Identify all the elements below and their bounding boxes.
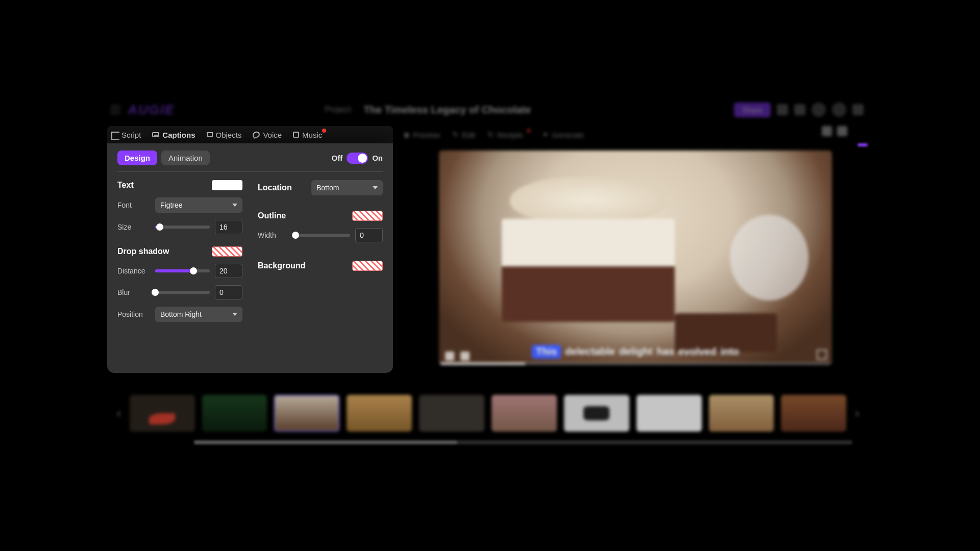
size-input[interactable] <box>215 220 242 234</box>
caption-word-active: This <box>532 345 561 359</box>
clip-thumb[interactable] <box>130 395 195 432</box>
blur-input[interactable] <box>215 285 242 299</box>
position-value: Bottom Right <box>160 310 202 318</box>
chevron-down-icon <box>232 313 237 316</box>
font-select[interactable]: Figtree <box>155 197 242 213</box>
section-dropshadow-title: Drop shadow <box>117 247 169 256</box>
size-slider[interactable] <box>155 226 210 229</box>
distance-input[interactable] <box>215 264 242 278</box>
outline-width-input[interactable] <box>355 228 383 242</box>
clip-timeline: ‹ › <box>115 390 861 436</box>
help-icon[interactable] <box>812 103 826 117</box>
clip-thumb[interactable] <box>419 395 484 432</box>
background-color-swatch[interactable] <box>352 261 383 271</box>
tab-voice[interactable]: Voice <box>253 131 282 139</box>
voice-icon <box>252 131 261 139</box>
caption-word: evolved <box>678 346 716 358</box>
objects-icon <box>207 132 213 137</box>
play-icon[interactable] <box>445 352 454 361</box>
preview-tab-generate[interactable]: ✦ Generate <box>542 130 584 139</box>
pill-animation[interactable]: Animation <box>161 151 210 165</box>
share-button[interactable]: Share <box>734 103 771 117</box>
clip-thumb[interactable] <box>564 395 629 432</box>
caption-word: delectable <box>565 346 615 358</box>
clip-thumb[interactable] <box>781 395 846 432</box>
video-preview: This delectable delight has evolved into <box>439 151 832 365</box>
preview-progress[interactable] <box>439 363 832 365</box>
toggle-label-on: On <box>372 154 383 162</box>
toggle-label-off: Off <box>331 154 342 162</box>
fullscreen-icon[interactable] <box>817 349 827 360</box>
blur-label: Blur <box>117 288 150 296</box>
section-background-title: Background <box>258 261 305 270</box>
clip-thumb[interactable] <box>492 395 557 432</box>
preview-tab-preview[interactable]: ◉ Preview <box>403 130 440 139</box>
clip-thumb[interactable] <box>709 395 774 432</box>
width-label: Width <box>258 231 290 239</box>
font-label: Font <box>117 201 150 209</box>
caption-overlay: This delectable delight has evolved into <box>532 345 739 359</box>
text-color-swatch[interactable] <box>212 180 242 190</box>
project-title: The Timeless Legacy of Chocolate <box>364 104 531 116</box>
avatar[interactable] <box>832 103 846 117</box>
app-logo: AUGIE <box>128 102 175 118</box>
clip-thumb[interactable] <box>347 395 412 432</box>
tab-objects[interactable]: Objects <box>207 131 242 139</box>
music-icon <box>293 132 299 138</box>
distance-label: Distance <box>117 267 150 275</box>
section-outline-title: Outline <box>258 211 286 220</box>
tab-label: Captions <box>162 131 195 139</box>
outline-width-slider[interactable] <box>296 234 350 237</box>
blur-slider[interactable] <box>155 291 210 294</box>
timeline-prev[interactable]: ‹ <box>115 403 122 423</box>
clip-thumb-selected[interactable] <box>274 395 339 432</box>
dropshadow-color-swatch[interactable] <box>212 246 242 257</box>
size-label: Size <box>117 223 150 231</box>
tab-label: Voice <box>263 131 282 139</box>
clip-thumb[interactable] <box>636 395 702 432</box>
tab-label: Objects <box>216 131 242 139</box>
menu-icon[interactable] <box>110 106 120 114</box>
location-select[interactable]: Bottom <box>311 180 383 195</box>
preview-frame <box>439 151 832 365</box>
tab-label: Script <box>121 131 141 139</box>
position-select[interactable]: Bottom Right <box>155 307 242 322</box>
preview-tabs: ◉ Preview ✎ Edit ↻ Restyle ✦ Generate <box>403 126 584 143</box>
preview-tab-indicator <box>857 143 868 146</box>
chevron-down-icon <box>373 186 378 189</box>
undo-icon[interactable] <box>777 104 788 115</box>
notification-dot <box>322 129 326 133</box>
clip-thumb[interactable] <box>202 395 267 432</box>
project-label: Project: <box>325 105 352 114</box>
position-label: Position <box>117 310 150 318</box>
preview-action-icon[interactable] <box>822 126 832 136</box>
redo-icon[interactable] <box>794 104 805 115</box>
tab-music[interactable]: Music <box>293 131 322 139</box>
caption-word: into <box>720 346 739 358</box>
tab-label: Music <box>302 131 322 139</box>
script-icon <box>111 132 118 138</box>
captions-toggle[interactable] <box>347 153 368 164</box>
section-text-title: Text <box>117 181 134 190</box>
tab-script[interactable]: Script <box>111 131 141 139</box>
font-value: Figtree <box>160 201 183 209</box>
app-header: AUGIE Project: The Timeless Legacy of Ch… <box>107 99 873 120</box>
preview-tab-restyle[interactable]: ↻ Restyle <box>487 130 530 139</box>
pill-design[interactable]: Design <box>117 151 157 165</box>
volume-icon[interactable] <box>460 352 470 361</box>
tab-captions[interactable]: Captions <box>152 131 195 139</box>
timeline-scrollbar[interactable] <box>194 440 852 444</box>
preview-action-icon[interactable] <box>837 126 847 136</box>
distance-slider[interactable] <box>155 269 210 272</box>
section-location-title: Location <box>258 183 292 192</box>
outline-color-swatch[interactable] <box>352 211 383 221</box>
chevron-down-icon <box>232 204 237 207</box>
editor-tabs: Script Captions Objects Voice Music <box>107 126 393 143</box>
captions-design-panel: Design Animation Off On Text Font Figtre <box>107 143 393 373</box>
caption-word: has <box>656 346 674 358</box>
settings-icon[interactable] <box>852 104 864 115</box>
preview-tab-edit[interactable]: ✎ Edit <box>452 130 475 139</box>
timeline-next[interactable]: › <box>853 403 861 423</box>
location-value: Bottom <box>316 184 339 192</box>
caption-word: delight <box>619 346 653 358</box>
